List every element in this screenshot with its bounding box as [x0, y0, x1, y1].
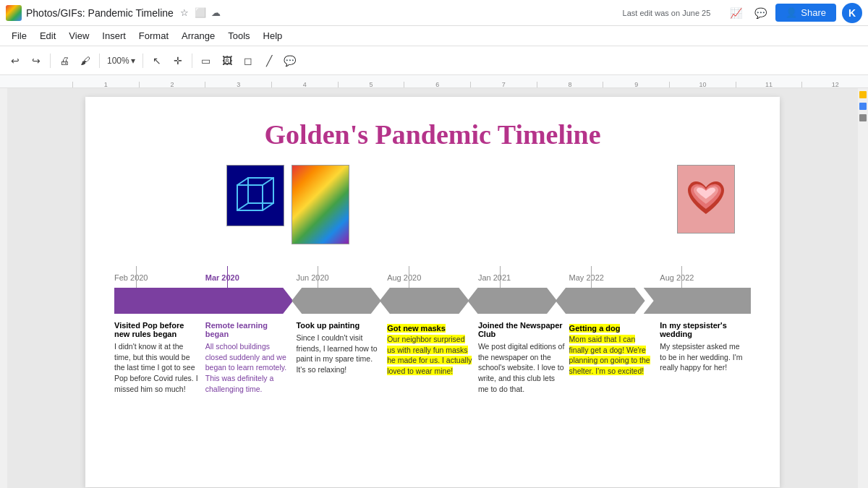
undo-button[interactable]: ↩ — [6, 51, 25, 70]
heart-svg — [681, 174, 731, 225]
select-tool[interactable]: ✛ — [169, 51, 187, 70]
menu-format[interactable]: Format — [133, 29, 174, 43]
cursor-tool[interactable]: ↖ — [148, 51, 166, 70]
title-icons: ☆ ⬜ ☁ — [178, 7, 223, 20]
menu-help[interactable]: Help — [258, 29, 289, 43]
menu-file[interactable]: File — [6, 29, 33, 43]
arrow-gray-4 — [556, 288, 645, 314]
date-mar2020: Mar 2020 — [205, 273, 239, 282]
folder-icon[interactable]: ⬜ — [194, 7, 207, 20]
event-title-3: Took up painting — [296, 321, 383, 330]
comment-icon[interactable]: 💬 — [751, 4, 770, 22]
toolbar: ↩ ↪ 🖨 🖌 100% ▾ ↖ ✛ ▭ 🖼 ◻ ╱ 💬 — [0, 46, 868, 75]
connector-2 — [227, 266, 228, 288]
print-button[interactable]: 🖨 — [55, 51, 74, 70]
avatar[interactable]: K — [842, 3, 862, 23]
date-col-2: Mar 2020 — [205, 252, 297, 288]
menu-arrange[interactable]: Arrange — [176, 29, 221, 43]
event-title-4: Got new masks — [387, 324, 446, 333]
separator-1 — [50, 53, 51, 68]
cloud-icon[interactable]: ☁ — [210, 7, 223, 20]
arrow-purple — [114, 288, 293, 314]
top-bar: Photos/GIFs: Pandemic Timeline ☆ ⬜ ☁ Las… — [0, 0, 868, 26]
ruler-mark-3: 3 — [205, 82, 271, 87]
date-jun2020: Jun 2020 — [296, 273, 328, 282]
top-right-actions: 📈 💬 👤 Share K — [726, 3, 862, 23]
star-icon[interactable]: ☆ — [178, 7, 191, 20]
event-title-2: Remote learning began — [205, 321, 292, 338]
paint-format-button[interactable]: 🖌 — [76, 51, 95, 70]
ruler-mark-2: 2 — [139, 82, 205, 87]
ruler-mark-4: 4 — [271, 82, 338, 87]
zoom-chevron: ▾ — [131, 56, 135, 66]
app-icon — [6, 5, 22, 21]
cube-image[interactable] — [226, 165, 284, 226]
date-col-4: Aug 2020 — [387, 252, 478, 288]
date-feb2020: Feb 2020 — [114, 273, 148, 282]
separator-2 — [99, 53, 100, 68]
doc-title: Photos/GIFs: Pandemic Timeline — [26, 7, 174, 19]
arrow-gray-1 — [292, 288, 381, 314]
event-col-3: Took up painting Since I couldn't visit … — [296, 321, 387, 394]
images-row — [114, 165, 751, 248]
date-jan2021: Jan 2021 — [478, 273, 511, 282]
date-col-1: Feb 2020 — [114, 252, 205, 288]
ruler-mark-11: 11 — [736, 82, 802, 87]
menu-tools[interactable]: Tools — [222, 29, 255, 43]
event-text-3: Since I couldn't visit friends, I learne… — [296, 333, 383, 375]
event-col-4: Got new masks Our neighbor surprised us … — [387, 321, 478, 394]
menu-view[interactable]: View — [63, 29, 95, 43]
trending-icon[interactable]: 📈 — [726, 4, 745, 22]
arrow-gray-last — [644, 288, 751, 314]
painting-image[interactable] — [292, 165, 349, 244]
menu-insert[interactable]: Insert — [96, 29, 132, 43]
image-tool[interactable]: 🖼 — [218, 51, 237, 70]
menu-edit[interactable]: Edit — [34, 29, 61, 43]
ruler-mark-9: 9 — [603, 82, 669, 87]
share-label: Share — [801, 7, 826, 18]
slide-title: Golden's Pandemic Timeline — [114, 119, 751, 150]
separator-4 — [192, 53, 192, 68]
connector-1 — [136, 266, 137, 288]
ruler-mark-12: 12 — [801, 82, 868, 87]
svg-line-4 — [263, 203, 273, 210]
dates-row: Feb 2020 Mar 2020 Jun 2020 Aug 2020 — [114, 252, 751, 288]
svg-line-3 — [263, 178, 273, 185]
heart-image[interactable] — [677, 165, 735, 234]
event-text-1: I didn't know it at the time, but this w… — [114, 341, 201, 394]
ruler-mark-1: 1 — [72, 82, 139, 87]
last-edit: Last edit was on June 25 — [623, 9, 711, 17]
ruler-mark-10: 10 — [669, 82, 736, 87]
redo-button[interactable]: ↪ — [27, 51, 46, 70]
comment-add-button[interactable]: 💬 — [281, 51, 299, 70]
right-panel-icon-2 — [859, 103, 867, 110]
connector-5 — [500, 266, 501, 288]
cube-svg — [234, 174, 277, 218]
arrow-gray-2 — [380, 288, 469, 314]
date-aug2022: Aug 2022 — [660, 273, 694, 282]
canvas-area[interactable]: Golden's Pandemic Timeline — [7, 88, 858, 488]
event-text-4-highlighted: Our neighbor surprised us with really fu… — [387, 335, 472, 375]
right-panel — [858, 88, 868, 488]
svg-line-2 — [237, 178, 248, 185]
event-title-1: Visited Pop before new rules began — [114, 321, 201, 338]
share-button[interactable]: 👤 Share — [775, 4, 836, 22]
connector-3 — [318, 266, 318, 288]
right-panel-icon-1 — [859, 91, 867, 98]
date-col-5: Jan 2021 — [478, 252, 569, 288]
shapes-tool[interactable]: ◻ — [239, 51, 258, 70]
svg-line-5 — [237, 203, 248, 210]
zoom-control[interactable]: 100% ▾ — [104, 54, 138, 67]
ruler-mark-7: 7 — [470, 82, 537, 87]
left-margin — [0, 88, 7, 488]
connector-4 — [409, 266, 409, 288]
event-col-7: In my stepsister's wedding My stepsister… — [660, 321, 751, 394]
event-col-2: Remote learning began All school buildin… — [205, 321, 297, 394]
ruler-content: 1 2 3 4 5 6 7 8 9 10 11 12 — [72, 75, 868, 87]
text-box-tool[interactable]: ▭ — [197, 51, 216, 70]
event-text-7: My stepsister asked me to be in her wedd… — [660, 341, 746, 373]
date-col-3: Jun 2020 — [296, 252, 387, 288]
zoom-level: 100% — [107, 56, 129, 66]
date-may2022: May 2022 — [569, 273, 604, 282]
line-tool[interactable]: ╱ — [260, 51, 278, 70]
